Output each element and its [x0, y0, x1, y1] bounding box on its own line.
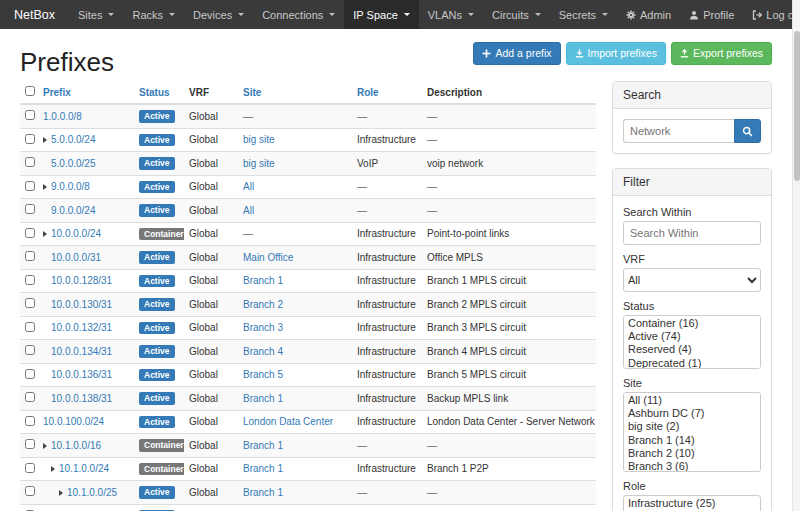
nav-item-profile[interactable]: Profile [680, 0, 743, 29]
nav-item-secrets[interactable]: Secrets [550, 0, 617, 29]
filter-panel: Filter Search WithinVRFAllStatusContaine… [612, 168, 772, 511]
prefix-link[interactable]: 5.0.0.0/24 [51, 134, 95, 145]
row-checkbox[interactable] [25, 322, 35, 332]
site-link[interactable]: All [243, 205, 254, 216]
search-button[interactable] [734, 119, 761, 143]
prefix-link[interactable]: 9.0.0.0/24 [51, 205, 95, 216]
column-sort-link[interactable]: Role [357, 87, 379, 98]
prefix-link[interactable]: 10.0.0.130/31 [51, 299, 112, 310]
column-header-role[interactable]: Role [352, 81, 422, 104]
table-row: 10.0.0.138/31ActiveGlobalBranch 1Infrast… [20, 387, 596, 411]
site-link[interactable]: Main Office [243, 252, 293, 263]
site-link[interactable]: Branch 3 [243, 322, 283, 333]
add-a-prefix-button[interactable]: Add a prefix [473, 42, 560, 65]
site-link[interactable]: Branch 1 [243, 275, 283, 286]
site-link[interactable]: Branch 1 [243, 440, 283, 451]
row-checkbox[interactable] [25, 228, 35, 238]
status-badge: Active [139, 134, 175, 147]
filter-multiselect-status[interactable]: Container (16)Active (74)Reserved (4)Dep… [623, 315, 761, 369]
prefix-link[interactable]: 10.0.0.138/31 [51, 393, 112, 404]
nav-item-sites[interactable]: Sites [69, 0, 123, 29]
site-link[interactable]: Branch 1 [243, 393, 283, 404]
prefix-link[interactable]: 10.1.0.0/16 [51, 440, 101, 451]
status-cell: Container [134, 457, 184, 481]
chevron-down-icon [169, 13, 175, 16]
row-checkbox[interactable] [25, 157, 35, 167]
site-link[interactable]: London Data Center [243, 416, 333, 427]
prefix-link[interactable]: 10.0.0.128/31 [51, 275, 112, 286]
row-checkbox[interactable] [25, 369, 35, 379]
site-link[interactable]: Branch 2 [243, 299, 283, 310]
prefix-link[interactable]: 10.0.0.132/31 [51, 322, 112, 333]
row-checkbox[interactable] [25, 251, 35, 261]
row-checkbox[interactable] [25, 298, 35, 308]
status-cell: Active [134, 340, 184, 364]
search-input[interactable] [623, 119, 734, 143]
column-sort-link[interactable]: Site [243, 87, 261, 98]
row-checkbox[interactable] [25, 204, 35, 214]
prefix-link[interactable]: 10.1.0.0/25 [67, 487, 117, 498]
page-scrollbar-thumb[interactable] [794, 31, 800, 181]
row-checkbox[interactable] [25, 486, 35, 496]
row-checkbox[interactable] [25, 110, 35, 120]
nav-item-ip-space[interactable]: IP Space [344, 0, 418, 29]
column-header-site[interactable]: Site [238, 81, 352, 104]
nav-item-admin[interactable]: Admin [617, 0, 680, 29]
prefix-link[interactable]: 10.0.0.0/24 [51, 228, 101, 239]
prefix-link[interactable]: 10.0.0.134/31 [51, 346, 112, 357]
prefix-link[interactable]: 10.1.0.0/24 [59, 463, 109, 474]
nav-item-racks[interactable]: Racks [123, 0, 184, 29]
prefix-link[interactable]: 10.0.100.0/24 [43, 416, 104, 427]
export-prefixes-button[interactable]: Export prefixes [671, 42, 772, 65]
nav-item-devices[interactable]: Devices [184, 0, 253, 29]
column-sort-link[interactable]: Status [139, 87, 170, 98]
row-checkbox[interactable] [25, 463, 35, 473]
site-cell: — [238, 222, 352, 246]
import-prefixes-button[interactable]: Import prefixes [566, 42, 666, 65]
prefix-cell: 10.0.0.130/31 [38, 293, 134, 317]
site-link[interactable]: Branch 1 [243, 463, 283, 474]
prefix-link[interactable]: 5.0.0.0/25 [51, 158, 95, 169]
prefix-link[interactable]: 9.0.0.0/8 [51, 181, 90, 192]
navbar-brand[interactable]: NetBox [0, 0, 69, 29]
row-checkbox[interactable] [25, 134, 35, 144]
column-sort-link[interactable]: Prefix [43, 87, 71, 98]
filter-label-status: Status [623, 300, 761, 312]
chevron-down-icon [238, 13, 244, 16]
site-link[interactable]: big site [243, 158, 275, 169]
nav-item-connections[interactable]: Connections [253, 0, 344, 29]
prefix-link[interactable]: 1.0.0.0/8 [43, 111, 82, 122]
site-link[interactable]: Branch 1 [243, 487, 283, 498]
filter-input-search-within[interactable] [623, 221, 761, 245]
filter-multiselect-site[interactable]: All (11)Ashburn DC (7)big site (2)Branch… [623, 392, 761, 472]
row-checkbox[interactable] [25, 439, 35, 449]
site-link[interactable]: Branch 4 [243, 346, 283, 357]
row-checkbox[interactable] [25, 345, 35, 355]
prefix-cell: 10.0.100.0/24 [38, 410, 134, 434]
site-link[interactable]: All [243, 181, 254, 192]
button-label: Export prefixes [693, 47, 763, 60]
page-scrollbar[interactable] [792, 0, 800, 511]
filter-multiselect-role[interactable]: Infrastructure (25)Management (8)Private… [623, 495, 761, 511]
site-link[interactable]: big site [243, 134, 275, 145]
row-checkbox[interactable] [25, 416, 35, 426]
status-cell: Container [134, 222, 184, 246]
site-link[interactable]: Branch 5 [243, 369, 283, 380]
site-cell: Branch 2 [238, 293, 352, 317]
checkbox-cell [20, 222, 38, 246]
column-header-status[interactable]: Status [134, 81, 184, 104]
row-checkbox[interactable] [25, 181, 35, 191]
filter-select-vrf[interactable]: All [623, 268, 761, 292]
select-all-checkbox[interactable] [25, 86, 35, 96]
description-cell: — [422, 104, 596, 128]
table-row: 10.0.0.130/31ActiveGlobalBranch 2Infrast… [20, 293, 596, 317]
chevron-down-icon [329, 13, 335, 16]
status-cell: Active [134, 410, 184, 434]
row-checkbox[interactable] [25, 392, 35, 402]
nav-item-vlans[interactable]: VLANs [419, 0, 483, 29]
nav-item-circuits[interactable]: Circuits [483, 0, 550, 29]
prefix-link[interactable]: 10.0.0.136/31 [51, 369, 112, 380]
column-header-prefix[interactable]: Prefix [38, 81, 134, 104]
prefix-link[interactable]: 10.0.0.0/31 [51, 252, 101, 263]
row-checkbox[interactable] [25, 275, 35, 285]
